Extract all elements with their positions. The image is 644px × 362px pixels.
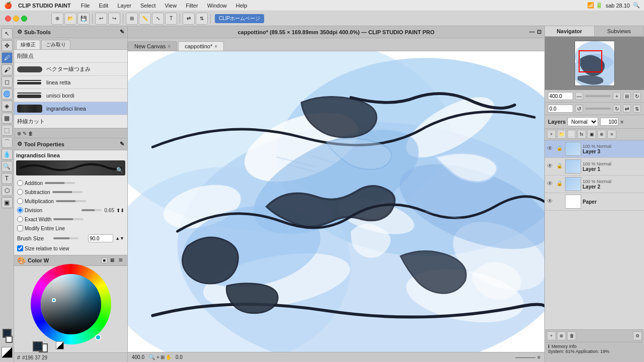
blend-modify-label[interactable]: Modify Entire Line (17, 225, 65, 231)
tab-subviews[interactable]: Subviews (595, 26, 645, 36)
layer-fill-btn[interactable]: ▣ (587, 130, 596, 139)
nav-zoom-minus[interactable]: — (575, 92, 583, 100)
zoom-out-btn[interactable]: 🔍 (148, 354, 155, 360)
toolbar-flip-h[interactable]: ⇄ (183, 13, 195, 25)
minimize-button[interactable] (13, 16, 19, 22)
brush-item-ingrandisci[interactable]: ingrandisci linea (14, 102, 127, 115)
nav-viewport-box[interactable] (579, 50, 602, 72)
zoom-in-btn[interactable]: + (156, 354, 159, 360)
color-cursor[interactable] (52, 298, 56, 302)
nav-zoom-input[interactable] (548, 92, 573, 100)
layer-2-lock[interactable]: 🔒 (556, 180, 564, 188)
blend-subtraction-slider[interactable] (52, 191, 83, 193)
blend-modify-checkbox[interactable] (17, 225, 23, 231)
layers-menu[interactable]: ≡ (620, 119, 623, 125)
sub-tab-dust-removal[interactable]: ごみ取り (41, 40, 70, 49)
fg-swatch[interactable] (33, 341, 43, 351)
nav-rotation-slider[interactable] (585, 108, 611, 110)
layer-combine-btn[interactable]: ⊕ (597, 130, 606, 139)
tool-lasso[interactable]: ⌒ (2, 137, 13, 148)
color-wheel-wrapper[interactable] (31, 264, 111, 344)
layer-settings-btn[interactable]: ⚙ (633, 331, 642, 340)
blend-addition-label[interactable]: Addition (17, 180, 43, 186)
layer-1-lock[interactable]: 🔒 (556, 163, 564, 170)
menu-layer[interactable]: Layer (113, 2, 135, 10)
blend-subtraction-radio[interactable] (17, 189, 23, 195)
default-colors[interactable] (56, 341, 64, 349)
close-tab-cappottino[interactable]: × (214, 44, 217, 49)
blend-exact-slider[interactable] (53, 218, 84, 220)
blend-addition-radio[interactable] (17, 180, 23, 186)
brush-size-spinner[interactable]: ▲▼ (115, 236, 124, 241)
tool-pen[interactable]: 🖊 (2, 52, 13, 63)
layer-fx-btn[interactable]: fx (577, 130, 586, 139)
nav-flip-v[interactable]: ⇅ (633, 105, 641, 113)
color-wheel-container[interactable] (14, 266, 127, 342)
blend-exact-width-label[interactable]: Exact Width (17, 216, 51, 222)
nav-rotate-left[interactable]: ↺ (575, 105, 583, 113)
toolbar-save[interactable]: 💾 (77, 13, 90, 25)
menu-file[interactable]: File (77, 2, 94, 10)
toolbar-new[interactable]: ⊕ (51, 13, 63, 25)
tab-navigator[interactable]: Navigator (545, 26, 595, 36)
menu-edit[interactable]: Edit (95, 2, 112, 10)
tool-select[interactable]: ⬚ (2, 125, 13, 136)
canvas-title-scroll[interactable]: ⊡ (537, 29, 541, 35)
tool-brush[interactable]: 🖌 (2, 64, 13, 75)
layer-1-visibility[interactable]: 👁 (547, 162, 555, 170)
menu-filter[interactable]: Filter (182, 2, 202, 10)
nav-zoom-slider[interactable] (585, 95, 611, 97)
size-relative-label[interactable]: Size relative to view (17, 245, 69, 251)
tool-eyedrop[interactable]: 💧 (2, 149, 13, 160)
brush-item-frame-cut[interactable]: 枠線カット (14, 115, 127, 128)
canvas-status-menu[interactable]: ≡ (537, 354, 540, 360)
layer-item-1[interactable]: 👁 🔒 100 % Normal Layer 1 (545, 158, 644, 175)
division-spinner[interactable]: ⬆⬇ (116, 208, 124, 213)
brush-item-vector-stretch[interactable]: ベクター線つまみ (14, 63, 127, 76)
layer-copy-btn[interactable]: ⊕ (557, 331, 566, 340)
blend-addition-slider[interactable] (45, 182, 75, 184)
toolbar-home[interactable]: CLIPホームページ (215, 14, 264, 23)
nav-rotation-btn[interactable]: ↻ (633, 92, 641, 100)
layer-item-3[interactable]: 👁 🔒 100 % Normal Layer 3 (545, 140, 644, 158)
layer-mask-btn[interactable]: ⬜ (567, 130, 576, 139)
menu-help[interactable]: Help (232, 2, 252, 10)
tool-selector[interactable]: ↖ (2, 28, 13, 39)
close-tab-new[interactable]: × (168, 44, 171, 49)
nav-rotate-right[interactable]: ↻ (613, 105, 621, 113)
layer-add-btn[interactable]: + (547, 130, 556, 139)
spotlight-icon[interactable]: 🔍 (633, 2, 640, 9)
blend-multiplication-radio[interactable] (17, 198, 23, 204)
blend-division-label[interactable]: Division (17, 207, 42, 213)
layer-menu-btn[interactable]: ≡ (607, 130, 616, 139)
toolbar-grid[interactable]: ⊞ (126, 13, 138, 25)
canvas-title-minimize[interactable]: — (529, 29, 535, 35)
layers-blend-mode[interactable]: Normal Multiply Screen Overlay (568, 117, 598, 126)
toolbar-ruler[interactable]: 📏 (139, 13, 151, 25)
layer-delete-btn[interactable]: 🗑 (567, 331, 576, 340)
nav-zoom-icons[interactable]: ⊞ (623, 92, 631, 100)
color-tab-3[interactable]: ⊞ (117, 257, 124, 263)
color-tab-2[interactable]: ▦ (109, 257, 116, 263)
tool-frame[interactable]: ▣ (2, 197, 13, 208)
color-wheel[interactable] (31, 264, 111, 344)
size-relative-checkbox[interactable] (17, 245, 23, 251)
toolbar-transform[interactable]: ⤡ (152, 13, 164, 25)
layer-folder-btn[interactable]: 📁 (557, 130, 566, 139)
sub-tools-menu[interactable]: ✎ (120, 29, 124, 35)
canvas-tab-new[interactable]: New Canvas × (128, 41, 177, 51)
maximize-button[interactable] (21, 16, 27, 22)
nav-thumb[interactable] (575, 41, 615, 86)
layer-3-lock[interactable]: 🔒 (556, 145, 564, 152)
tool-vector[interactable]: ⬡ (2, 185, 13, 196)
blend-multiplication-slider[interactable] (56, 200, 86, 202)
layer-item-2[interactable]: 👁 🔒 100 % Normal Layer 2 (545, 175, 644, 193)
nav-rotation-input[interactable] (548, 105, 573, 113)
toolbar-open[interactable]: 📂 (64, 13, 76, 25)
tool-props-menu[interactable]: ✎ (120, 141, 124, 147)
toolbar-flip-v[interactable]: ⇅ (196, 13, 208, 25)
brush-item-linea-retta[interactable]: linea retta (14, 76, 127, 89)
toolbar-text[interactable]: T (165, 13, 177, 25)
canvas-content[interactable] (128, 51, 544, 352)
color-wheel-inner[interactable] (41, 274, 101, 334)
